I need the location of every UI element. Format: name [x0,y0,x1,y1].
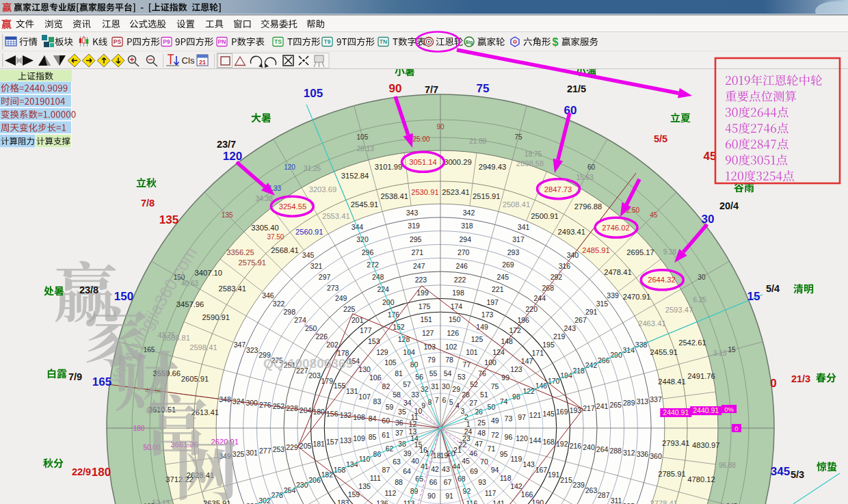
svg-text:192: 192 [556,440,568,448]
svg-text:27: 27 [469,399,477,407]
svg-text:29: 29 [452,385,460,393]
svg-text:2785.91: 2785.91 [658,470,685,478]
svg-text:59: 59 [386,403,394,411]
svg-text:57: 57 [403,380,411,388]
svg-text:216: 216 [570,442,582,450]
svg-text:22/9: 22/9 [72,466,91,477]
svg-text:23: 23 [462,434,471,442]
svg-text:2793.41: 2793.41 [662,439,689,447]
svg-text:225: 225 [343,305,356,313]
svg-text:217: 217 [583,404,595,412]
svg-text:75: 75 [515,133,523,141]
svg-text:155: 155 [334,382,346,390]
svg-text:3203.69: 3203.69 [309,185,336,194]
svg-text:273: 273 [327,284,339,292]
svg-text:53: 53 [458,373,466,381]
svg-text:125: 125 [471,335,483,343]
svg-text:141: 141 [492,499,505,504]
svg-text:129: 129 [376,348,388,356]
svg-text:229: 229 [286,443,298,451]
svg-text:3407.10: 3407.10 [195,269,222,277]
svg-text:24: 24 [464,427,473,436]
svg-text:69: 69 [470,467,478,475]
svg-text:345: 345 [302,251,315,259]
svg-text:247: 247 [413,262,425,270]
svg-text:171: 171 [532,349,544,357]
svg-text:120: 120 [284,163,295,171]
svg-text:142: 142 [510,482,522,490]
svg-text:21/3: 21/3 [791,373,810,384]
svg-text:96.88: 96.88 [719,462,736,469]
svg-text:277: 277 [259,447,271,455]
svg-text:119: 119 [511,455,522,463]
svg-text:342: 342 [463,209,475,217]
svg-text:6: 6 [442,396,446,404]
svg-text:2455.91: 2455.91 [650,348,677,356]
svg-text:144: 144 [529,436,542,445]
svg-text:274: 274 [294,316,306,324]
svg-text:347: 347 [234,341,246,349]
svg-text:90: 90 [389,82,402,95]
svg-text:21.88: 21.88 [469,137,486,145]
svg-text:105: 105 [384,358,397,367]
svg-text:323: 323 [246,346,259,354]
svg-text:40: 40 [411,457,419,465]
svg-text:5: 5 [449,398,453,406]
svg-text:298: 298 [284,308,296,316]
svg-text:PN: PN [218,38,226,45]
svg-text:2545.91: 2545.91 [351,200,378,209]
svg-text:180: 180 [92,466,111,479]
svg-text:123: 123 [510,365,522,373]
svg-text:175: 175 [419,302,431,310]
svg-text:135: 135 [358,482,371,490]
svg-text:75: 75 [491,382,499,390]
svg-text:203: 203 [308,371,321,380]
svg-text:343: 343 [406,209,419,217]
svg-text:253: 253 [273,445,285,453]
svg-text:107: 107 [358,393,371,401]
svg-text:173: 173 [481,310,494,319]
svg-text:243: 243 [564,324,577,332]
svg-text:7/9: 7/9 [68,371,82,382]
svg-text:222: 222 [454,276,466,284]
svg-text:15.63: 15.63 [577,174,594,181]
svg-text:246: 246 [455,262,468,270]
svg-text:297: 297 [319,273,331,281]
svg-text:2523.41: 2523.41 [442,188,469,196]
svg-text:294: 294 [460,235,472,243]
svg-text:337: 337 [650,395,662,403]
svg-text:3254.55: 3254.55 [279,202,306,211]
svg-text:T9: T9 [324,38,331,45]
svg-text:2593.47: 2593.47 [665,306,693,314]
svg-text:191: 191 [548,470,560,479]
svg-text:47: 47 [475,440,483,448]
svg-text:2613.41: 2613.41 [191,408,218,416]
svg-text:18.75: 18.75 [525,150,542,158]
svg-text:60: 60 [587,163,596,171]
svg-text:81: 81 [395,369,403,377]
svg-text:31: 31 [431,382,439,390]
svg-text:3101.99: 3101.99 [375,163,402,171]
svg-text:TS: TS [274,38,282,45]
svg-text:250: 250 [305,324,317,332]
svg-text:85: 85 [369,433,377,441]
svg-text:2847.73: 2847.73 [544,185,572,194]
svg-text:31.25: 31.25 [304,165,321,172]
svg-text:45: 45 [704,150,717,163]
svg-text:270: 270 [458,248,470,256]
svg-text:9.38: 9.38 [663,248,677,256]
svg-text:101: 101 [466,348,478,356]
svg-text:106: 106 [369,373,382,382]
svg-text:7: 7 [435,396,439,404]
svg-text:147: 147 [521,357,533,365]
svg-text:118: 118 [500,474,512,482]
svg-text:2605.91: 2605.91 [181,375,209,383]
svg-text:3.13: 3.13 [713,349,727,357]
svg-text:43.75: 43.75 [158,332,175,339]
svg-text:135: 135 [222,211,233,219]
svg-text:322: 322 [273,300,285,308]
svg-text:91: 91 [445,492,453,500]
svg-text:66: 66 [429,478,438,486]
svg-text:21/5: 21/5 [567,83,586,94]
svg-text:2448.41: 2448.41 [658,377,685,386]
